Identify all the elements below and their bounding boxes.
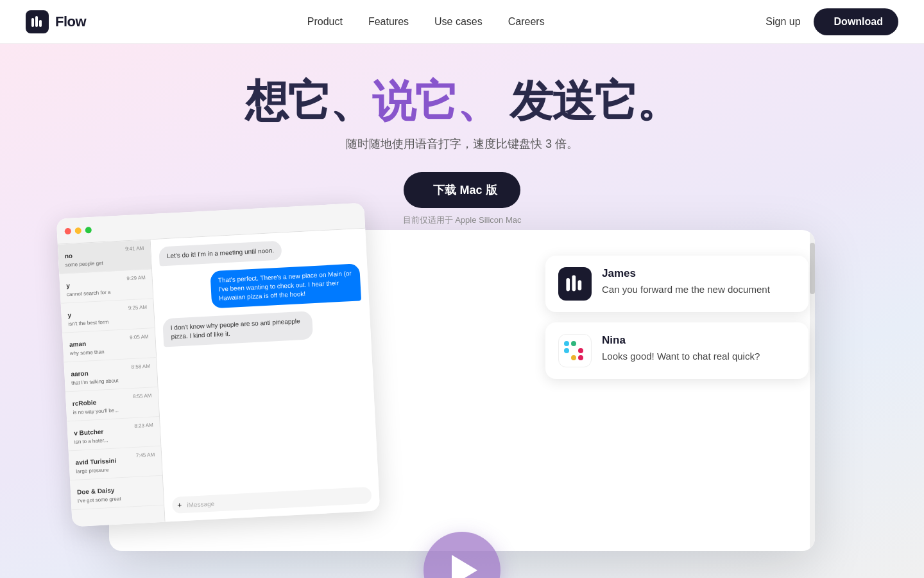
svg-rect-3 xyxy=(566,278,570,291)
nav-features[interactable]: Features xyxy=(368,16,409,28)
contact-name: v Butcher xyxy=(74,428,104,437)
messages-mockup: no 9:41 AM some people get y 9:29 AM can… xyxy=(56,203,380,527)
message-bubble: I don't know why people are so anti pine… xyxy=(162,311,313,347)
contact-name: Doe & Daisy xyxy=(77,487,115,496)
notification-sender: Nina xyxy=(602,334,796,347)
contact-time: 9:29 AM xyxy=(126,275,146,282)
download-label: Download xyxy=(834,16,883,28)
svg-rect-9 xyxy=(571,355,576,360)
contact-preview: is no way you'll be... xyxy=(73,405,152,415)
contact-name: no xyxy=(65,252,73,260)
svg-rect-4 xyxy=(572,275,576,291)
hero-subtitle: 随时随地使用语音打字，速度比键盘快 3 倍。 xyxy=(245,136,680,152)
nav-careers[interactable]: Careers xyxy=(508,16,545,28)
messages-sidebar: no 9:41 AM some people get y 9:29 AM can… xyxy=(58,240,166,527)
hero-title-part1: 想它、 xyxy=(245,76,372,125)
minimize-dot xyxy=(74,227,81,234)
contact-time: 8:58 AM xyxy=(131,363,150,371)
contact-preview: that I'm talking about xyxy=(71,376,151,386)
navbar-nav: Product Features Use cases Careers xyxy=(307,16,545,28)
contact-time: 7:45 AM xyxy=(136,451,155,459)
contact-name: y xyxy=(66,282,70,289)
contact-name: avid Turissini xyxy=(75,457,116,466)
navbar-logo-area: Flow xyxy=(26,10,86,33)
hero-title: 想它、说它、 发送它。 xyxy=(245,76,680,126)
notification-card-james: James Can you forward me the new documen… xyxy=(545,256,809,312)
notification-message: Looks good! Want to chat real quick? xyxy=(602,349,796,363)
svg-rect-11 xyxy=(578,355,583,360)
play-triangle-icon xyxy=(452,555,477,578)
cta-subtitle: 目前仅适用于 Apple Silicon Mac xyxy=(403,215,522,226)
maximize-dot xyxy=(85,227,92,234)
contact-preview: some people get xyxy=(65,258,144,268)
notifications-area: James Can you forward me the new documen… xyxy=(545,256,809,379)
navbar-actions: Sign up Download xyxy=(766,8,898,35)
notification-card-nina: Nina Looks good! Want to chat real quick… xyxy=(545,322,809,379)
notification-message: Can you forward me the new document xyxy=(602,283,796,296)
list-item[interactable]: aman 9:05 AM why some than xyxy=(62,328,156,362)
hero-content: 想它、说它、 发送它。 随时随地使用语音打字，速度比键盘快 3 倍。 下载 Ma… xyxy=(245,76,680,226)
svg-rect-7 xyxy=(564,341,569,346)
scrollbar-thumb xyxy=(810,243,815,294)
svg-rect-10 xyxy=(578,348,583,353)
notification-body-nina: Nina Looks good! Want to chat real quick… xyxy=(602,334,796,363)
navbar: Flow Product Features Use cases Careers … xyxy=(0,0,924,44)
hero-section: 想它、说它、 发送它。 随时随地使用语音打字，速度比键盘快 3 倍。 下载 Ma… xyxy=(0,44,924,578)
cta-label: 下载 Mac 版 xyxy=(433,182,497,198)
nav-product[interactable]: Product xyxy=(307,16,343,28)
list-item[interactable]: y 9:29 AM cannot search for a xyxy=(59,269,153,303)
list-item[interactable]: avid Turissini 7:45 AM large pressure xyxy=(69,446,162,480)
logo-text: Flow xyxy=(55,13,86,30)
contact-name: y xyxy=(67,311,71,319)
contact-time: 9:25 AM xyxy=(128,304,148,311)
hero-title-part3: 发送它。 xyxy=(499,76,680,125)
messages-body: no 9:41 AM some people get y 9:29 AM can… xyxy=(58,229,380,527)
list-item[interactable]: v Butcher 8:23 AM isn to a hater... xyxy=(67,417,160,451)
scrollbar[interactable] xyxy=(810,230,815,551)
notification-sender: James xyxy=(602,267,796,280)
list-item[interactable]: rcRobie 8:55 AM is no way you'll be... xyxy=(65,387,159,421)
message-bubble: That's perfect. There's a new place on M… xyxy=(210,263,361,308)
contact-name: aaron xyxy=(71,370,89,378)
showcase-area: no 9:41 AM some people get y 9:29 AM can… xyxy=(103,230,821,578)
list-item[interactable]: no 9:41 AM some people get xyxy=(58,240,151,274)
svg-rect-0 xyxy=(31,18,34,27)
contact-time: 9:41 AM xyxy=(125,245,144,252)
contact-preview: why some than xyxy=(70,347,150,356)
nav-use-cases[interactable]: Use cases xyxy=(434,16,483,28)
notification-body-james: James Can you forward me the new documen… xyxy=(602,267,796,296)
svg-rect-2 xyxy=(39,20,42,27)
close-dot xyxy=(65,227,72,234)
contact-name: aman xyxy=(69,340,87,348)
contact-name: rcRobie xyxy=(73,399,97,407)
messages-content: Let's do it! I'm in a meeting until noon… xyxy=(151,229,381,522)
svg-rect-1 xyxy=(35,16,38,27)
contact-preview: large pressure xyxy=(76,464,155,474)
download-button[interactable]: Download xyxy=(814,8,898,35)
cta-download-button[interactable]: 下载 Mac 版 xyxy=(404,172,520,208)
flow-app-icon xyxy=(558,267,592,301)
contact-preview: I've got some great xyxy=(78,494,157,504)
signup-link[interactable]: Sign up xyxy=(766,16,800,28)
slack-app-icon xyxy=(558,334,592,367)
svg-rect-6 xyxy=(564,348,569,353)
contact-preview: cannot search for a xyxy=(67,288,146,297)
contact-time: 9:05 AM xyxy=(130,334,149,341)
hero-title-part2: 说它、 xyxy=(372,76,499,125)
list-item[interactable]: y 9:25 AM isn't the best form xyxy=(61,299,155,333)
svg-rect-8 xyxy=(571,341,576,346)
contact-preview: isn to a hater... xyxy=(74,435,154,444)
logo-icon xyxy=(26,10,49,33)
contact-preview: isn't the best form xyxy=(68,317,148,327)
list-item[interactable]: Doe & Daisy I've got some great xyxy=(70,476,164,510)
hero-cta: 下载 Mac 版 目前仅适用于 Apple Silicon Mac xyxy=(245,172,680,226)
message-bubble: Let's do it! I'm in a meeting until noon… xyxy=(158,241,282,267)
contact-time: 8:23 AM xyxy=(134,422,153,429)
svg-rect-5 xyxy=(578,280,582,290)
contact-time: 8:55 AM xyxy=(133,392,152,399)
list-item[interactable]: aaron 8:58 AM that I'm talking about xyxy=(64,358,157,392)
